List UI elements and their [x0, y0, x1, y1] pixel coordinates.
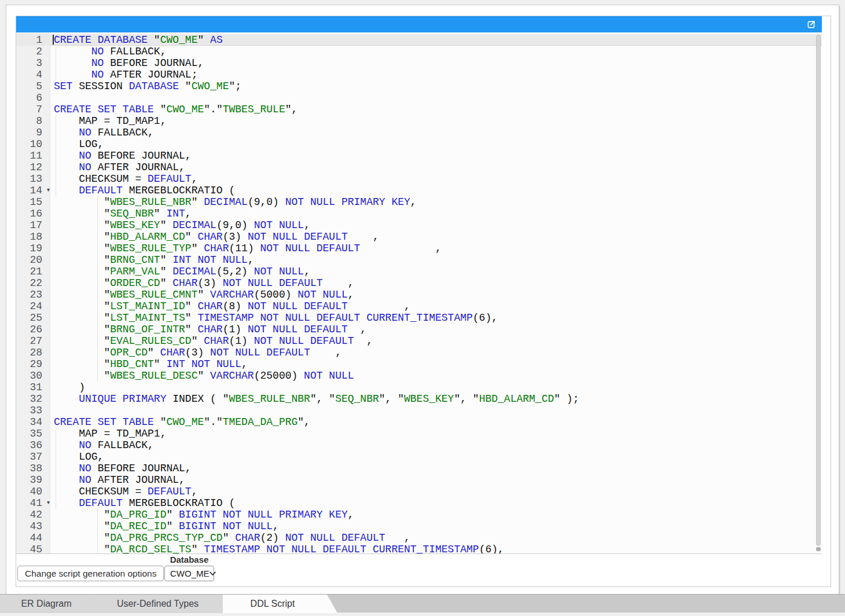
code-line[interactable]: "BRNG_CNT" INT NOT NULL, — [16, 254, 822, 266]
code-line[interactable] — [16, 405, 822, 416]
code-line[interactable]: "DA_REC_ID" BIGINT NOT NULL, — [16, 520, 822, 532]
fold-marker-icon[interactable]: ▾ — [47, 187, 50, 193]
scrollbar-end-cap — [816, 547, 821, 551]
code-line[interactable] — [16, 92, 822, 104]
line-number: 19 — [16, 243, 50, 254]
code-line[interactable]: "DA_PRG_PRCS_TYP_CD" CHAR(2) NOT NULL DE… — [16, 532, 822, 544]
line-number: 42 — [16, 509, 50, 520]
line-number: 14▾ — [16, 185, 50, 196]
code-line[interactable]: LOG, — [16, 451, 822, 463]
code-line[interactable]: "DA_PRG_ID" BIGINT NOT NULL PRIMARY KEY, — [16, 509, 822, 520]
line-number: 5 — [16, 80, 50, 92]
line-number: 2 — [16, 46, 50, 57]
line-number: 11 — [16, 150, 50, 162]
code-line[interactable]: "WBES_RULE_CMNT" VARCHAR(5000) NOT NULL, — [16, 289, 822, 300]
code-line[interactable]: "LST_MAINT_TS" TIMESTAMP NOT NULL DEFAUL… — [16, 312, 822, 324]
database-select[interactable]: CWO_ME — [164, 566, 214, 581]
change-script-options-button[interactable]: Change script generation options — [17, 566, 164, 581]
line-number: 39 — [16, 474, 50, 486]
code-line[interactable]: NO AFTER JOURNAL, — [16, 162, 822, 173]
code-line[interactable]: NO BEFORE JOURNAL, — [16, 150, 822, 162]
code-line[interactable]: DEFAULT MERGEBLOCKRATIO ( — [16, 497, 822, 509]
line-number: 32 — [16, 393, 50, 405]
external-link-icon — [806, 20, 816, 30]
code-line[interactable]: NO FALLBACK, — [16, 439, 822, 451]
line-number: 44 — [16, 532, 50, 544]
tab-user-defined-types[interactable]: User-Defined Types — [93, 595, 235, 613]
code-line[interactable]: "WBES_RULE_TYP" CHAR(11) NOT NULL DEFAUL… — [16, 243, 822, 254]
line-number: 20 — [16, 254, 50, 266]
open-in-new-window-button[interactable] — [804, 19, 817, 30]
tab-label: User-Defined Types — [117, 599, 199, 609]
code-line[interactable]: "HBD_CNT" INT NOT NULL, — [16, 358, 822, 370]
code-line[interactable]: "WBES_RULE_NBR" DECIMAL(9,0) NOT NULL PR… — [16, 196, 822, 208]
code-line[interactable]: MAP = TD_MAP1, — [16, 428, 822, 439]
code-line[interactable]: "EVAL_RULES_CD" CHAR(1) NOT NULL DEFAULT… — [16, 335, 822, 347]
code-line[interactable]: NO AFTER JOURNAL, — [16, 474, 822, 486]
code-line[interactable]: "WBES_RULE_DESC" VARCHAR(25000) NOT NULL — [16, 370, 822, 382]
line-number: 38 — [16, 463, 50, 474]
line-number: 24 — [16, 300, 50, 312]
line-number: 1 — [16, 34, 50, 46]
code-line[interactable]: "LST_MAINT_ID" CHAR(8) NOT NULL DEFAULT … — [16, 300, 822, 312]
line-number: 6 — [16, 92, 50, 104]
editor-header-bar — [16, 16, 822, 32]
code-line[interactable]: NO FALLBACK, — [16, 46, 822, 57]
line-number: 45 — [16, 544, 50, 554]
text-cursor — [53, 35, 54, 45]
bottom-tab-bar: ER Diagram User-Defined Types DDL Script — [0, 594, 845, 613]
code-line[interactable]: "SEQ_NBR" INT, — [16, 208, 822, 219]
code-line[interactable]: MAP = TD_MAP1, — [16, 115, 822, 127]
code-line[interactable]: ) — [16, 382, 822, 393]
line-number: 3 — [16, 57, 50, 69]
line-number: 7 — [16, 104, 50, 115]
code-line[interactable]: LOG, — [16, 138, 822, 150]
line-number: 9 — [16, 127, 50, 138]
vertical-scrollbar-thumb[interactable] — [816, 35, 821, 546]
code-line[interactable]: "WBES_KEY" DECIMAL(9,0) NOT NULL, — [16, 219, 822, 231]
code-line[interactable]: NO FALLBACK, — [16, 127, 822, 138]
line-number: 27 — [16, 335, 50, 347]
line-number: 8 — [16, 115, 50, 127]
code-line[interactable]: "OPR_CD" CHAR(3) NOT NULL DEFAULT , — [16, 347, 822, 358]
code-line[interactable]: "HBD_ALARM_CD" CHAR(3) NOT NULL DEFAULT … — [16, 231, 822, 243]
line-number: 15 — [16, 196, 50, 208]
line-number: 25 — [16, 312, 50, 324]
code-line[interactable]: NO BEFORE JOURNAL, — [16, 57, 822, 69]
line-number: 22 — [16, 277, 50, 289]
line-number: 30 — [16, 370, 50, 382]
code-line[interactable]: CREATE DATABASE "CWO_ME" AS — [16, 34, 822, 46]
line-number: 43 — [16, 520, 50, 532]
code-line[interactable]: "ORDER_CD" CHAR(3) NOT NULL DEFAULT , — [16, 277, 822, 289]
fold-marker-icon[interactable]: ▾ — [47, 500, 50, 505]
code-line[interactable]: "BRNG_OF_INTR" CHAR(1) NOT NULL DEFAULT … — [16, 324, 822, 335]
line-number: 26 — [16, 324, 50, 335]
line-number: 16 — [16, 208, 50, 219]
line-number: 31 — [16, 382, 50, 393]
tab-er-diagram[interactable]: ER Diagram — [0, 595, 103, 613]
code-line[interactable]: CHECKSUM = DEFAULT, — [16, 486, 822, 497]
code-line[interactable]: "PARM_VAL" DECIMAL(5,2) NOT NULL, — [16, 266, 822, 277]
code-line[interactable]: UNIQUE PRIMARY INDEX ( "WBES_RULE_NBR", … — [16, 393, 822, 405]
line-number: 28 — [16, 347, 50, 358]
code-line[interactable]: CREATE SET TABLE "CWO_ME"."TMEDA_DA_PRG"… — [16, 416, 822, 428]
line-numbers: 1234567891011121314▾15161718192021222324… — [16, 34, 50, 554]
code-line[interactable]: DEFAULT MERGEBLOCKRATIO ( — [16, 185, 822, 196]
line-number: 34 — [16, 416, 50, 428]
code-line[interactable]: "DA_RCD_SEL_TS" TIMESTAMP NOT NULL DEFAU… — [16, 544, 822, 554]
line-number: 40 — [16, 486, 50, 497]
line-number: 23 — [16, 289, 50, 300]
code-line[interactable]: SET SESSION DATABASE "CWO_ME"; — [16, 80, 822, 92]
line-number: 12 — [16, 162, 50, 173]
database-select-value: CWO_ME — [170, 569, 210, 578]
ddl-code-editor[interactable]: CREATE DATABASE "CWO_ME" AS NO FALLBACK,… — [16, 32, 822, 554]
code-line[interactable]: NO AFTER JOURNAL; — [16, 69, 822, 80]
line-number: 36 — [16, 439, 50, 451]
line-number: 35 — [16, 428, 50, 439]
line-number: 4 — [16, 69, 50, 80]
code-line[interactable]: CREATE SET TABLE "CWO_ME"."TWBES_RULE", — [16, 104, 822, 115]
code-line[interactable]: CHECKSUM = DEFAULT, — [16, 173, 822, 185]
database-label: Database — [164, 555, 214, 564]
code-line[interactable]: NO BEFORE JOURNAL, — [16, 463, 822, 474]
tab-ddl-script[interactable]: DDL Script — [223, 595, 337, 613]
